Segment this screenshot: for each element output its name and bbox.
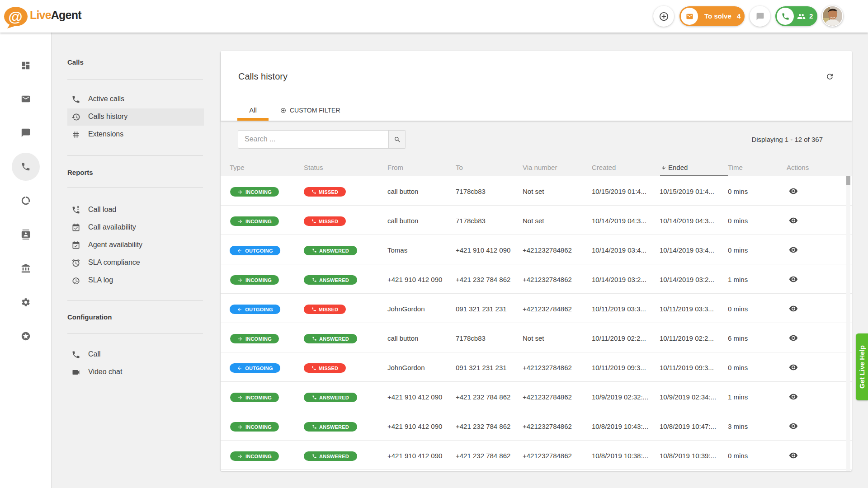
svg-text:@: @	[8, 9, 22, 25]
